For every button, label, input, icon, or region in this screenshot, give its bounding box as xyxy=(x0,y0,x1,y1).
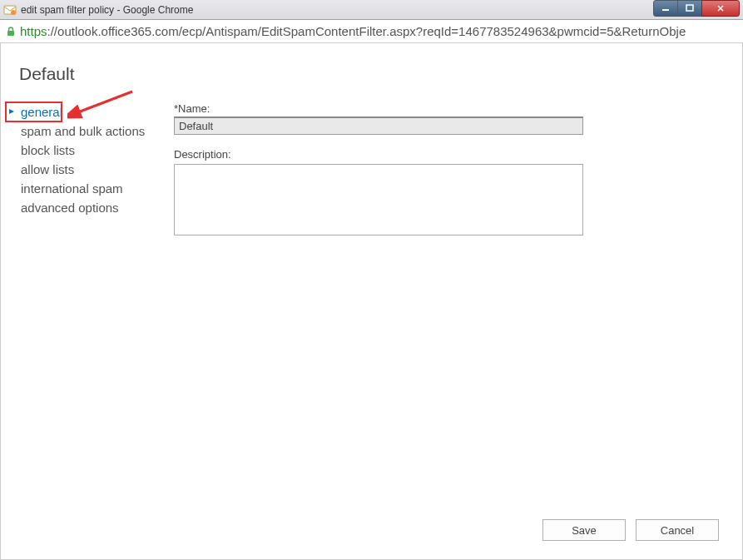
name-input[interactable] xyxy=(174,116,583,135)
close-button[interactable] xyxy=(701,0,740,17)
app-icon xyxy=(3,3,17,17)
nav-item-allow-lists[interactable]: allow lists xyxy=(19,160,174,179)
form-area: *Name: Description: xyxy=(174,102,724,238)
name-label: *Name: xyxy=(174,102,724,115)
svg-rect-4 xyxy=(7,31,14,36)
svg-rect-3 xyxy=(686,5,693,11)
save-button[interactable]: Save xyxy=(542,519,626,541)
cancel-button[interactable]: Cancel xyxy=(636,519,719,541)
maximize-button[interactable] xyxy=(677,0,702,17)
button-bar: Save Cancel xyxy=(542,519,719,541)
description-label: Description: xyxy=(174,148,724,161)
description-input[interactable] xyxy=(174,164,583,235)
nav-item-block-lists[interactable]: block lists xyxy=(19,141,174,160)
address-bar[interactable]: https ://outlook.office365.com/ecp/Antis… xyxy=(0,20,743,43)
url-scheme: https xyxy=(20,24,47,38)
url-path: ://outlook.office365.com/ecp/Antispam/Ed… xyxy=(47,24,686,38)
svg-point-1 xyxy=(11,10,16,15)
lock-icon xyxy=(5,26,17,37)
page-title: Default xyxy=(19,64,724,84)
window-controls xyxy=(654,0,740,17)
window-title: edit spam filter policy - Google Chrome xyxy=(21,4,743,16)
nav-item-spam-bulk-actions[interactable]: spam and bulk actions xyxy=(19,121,174,141)
content-area: Default general spam and bulk actions bl… xyxy=(0,43,743,560)
nav-item-international-spam[interactable]: international spam xyxy=(19,179,174,198)
nav-sidebar: general spam and bulk actions block list… xyxy=(19,102,174,238)
nav-item-general[interactable]: general xyxy=(19,102,174,121)
svg-rect-2 xyxy=(662,9,669,11)
window-titlebar: edit spam filter policy - Google Chrome xyxy=(0,0,743,20)
minimize-button[interactable] xyxy=(653,0,678,17)
nav-item-advanced-options[interactable]: advanced options xyxy=(19,198,174,217)
